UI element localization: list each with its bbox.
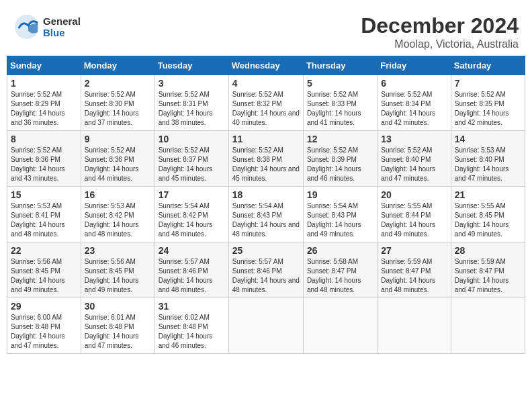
table-row: 15 Sunrise: 5:53 AMSunset: 8:41 PMDaylig… <box>7 187 525 242</box>
day-cell: 22 Sunrise: 5:56 AMSunset: 8:45 PMDaylig… <box>7 242 81 298</box>
day-number: 29 <box>11 301 77 312</box>
day-cell: 3 Sunrise: 5:52 AMSunset: 8:31 PMDayligh… <box>154 75 228 131</box>
logo-general-text: General <box>43 15 81 27</box>
day-number: 19 <box>307 189 373 200</box>
header-saturday: Saturday <box>451 56 525 75</box>
table-row: 22 Sunrise: 5:56 AMSunset: 8:45 PMDaylig… <box>7 242 525 298</box>
day-detail: Sunrise: 5:52 AMSunset: 8:32 PMDaylight:… <box>232 90 300 128</box>
main-title: December 2024 <box>361 13 519 38</box>
subtitle: Moolap, Victoria, Australia <box>361 38 519 50</box>
day-detail: Sunrise: 5:52 AMSunset: 8:31 PMDaylight:… <box>159 90 225 128</box>
logo-icon <box>13 13 40 40</box>
day-detail: Sunrise: 5:52 AMSunset: 8:34 PMDaylight:… <box>381 90 447 128</box>
day-number: 26 <box>307 245 373 256</box>
day-detail: Sunrise: 5:52 AMSunset: 8:35 PMDaylight:… <box>455 90 521 128</box>
day-cell: 16 Sunrise: 5:53 AMSunset: 8:42 PMDaylig… <box>81 187 154 242</box>
day-cell: 21 Sunrise: 5:55 AMSunset: 8:45 PMDaylig… <box>451 187 525 242</box>
header-thursday: Thursday <box>303 56 377 75</box>
day-number: 5 <box>307 78 373 89</box>
day-number: 4 <box>232 78 300 89</box>
day-cell: 19 Sunrise: 5:54 AMSunset: 8:43 PMDaylig… <box>303 187 377 242</box>
day-detail: Sunrise: 5:52 AMSunset: 8:37 PMDaylight:… <box>159 146 225 183</box>
day-cell: 9 Sunrise: 5:52 AMSunset: 8:36 PMDayligh… <box>81 131 154 187</box>
day-number: 1 <box>11 78 77 89</box>
day-detail: Sunrise: 5:56 AMSunset: 8:45 PMDaylight:… <box>11 257 77 295</box>
day-number: 13 <box>381 134 447 144</box>
day-number: 30 <box>85 301 151 312</box>
day-cell: 4 Sunrise: 5:52 AMSunset: 8:32 PMDayligh… <box>228 75 303 131</box>
day-cell: 25 Sunrise: 5:57 AMSunset: 8:46 PMDaylig… <box>228 242 303 298</box>
day-number: 22 <box>11 245 77 256</box>
table-row: 29 Sunrise: 6:00 AMSunset: 8:48 PMDaylig… <box>7 298 525 354</box>
day-number: 24 <box>159 245 225 256</box>
empty-cell <box>303 298 377 354</box>
logo-blue-text: Blue <box>43 27 81 38</box>
day-detail: Sunrise: 5:52 AMSunset: 8:36 PMDaylight:… <box>85 146 151 183</box>
day-detail: Sunrise: 6:01 AMSunset: 8:48 PMDaylight:… <box>85 313 151 351</box>
day-detail: Sunrise: 5:52 AMSunset: 8:33 PMDaylight:… <box>307 90 373 128</box>
day-detail: Sunrise: 5:54 AMSunset: 8:43 PMDaylight:… <box>232 201 300 239</box>
empty-cell <box>228 298 303 354</box>
title-area: December 2024 Moolap, Victoria, Australi… <box>361 13 519 50</box>
day-cell: 12 Sunrise: 5:52 AMSunset: 8:39 PMDaylig… <box>303 131 377 187</box>
day-detail: Sunrise: 5:52 AMSunset: 8:36 PMDaylight:… <box>11 146 77 183</box>
empty-cell <box>451 298 525 354</box>
day-detail: Sunrise: 5:53 AMSunset: 8:42 PMDaylight:… <box>85 201 151 239</box>
day-detail: Sunrise: 5:53 AMSunset: 8:41 PMDaylight:… <box>11 201 77 239</box>
day-number: 11 <box>232 134 300 144</box>
day-cell: 23 Sunrise: 5:56 AMSunset: 8:45 PMDaylig… <box>81 242 154 298</box>
day-number: 27 <box>381 245 447 256</box>
header-friday: Friday <box>378 56 451 75</box>
header-tuesday: Tuesday <box>154 56 228 75</box>
day-cell: 2 Sunrise: 5:52 AMSunset: 8:30 PMDayligh… <box>81 75 154 131</box>
day-detail: Sunrise: 5:54 AMSunset: 8:43 PMDaylight:… <box>307 201 373 239</box>
day-cell: 1 Sunrise: 5:52 AMSunset: 8:29 PMDayligh… <box>7 75 81 131</box>
day-cell: 27 Sunrise: 5:59 AMSunset: 8:47 PMDaylig… <box>378 242 451 298</box>
day-cell: 17 Sunrise: 5:54 AMSunset: 8:42 PMDaylig… <box>154 187 228 242</box>
day-detail: Sunrise: 5:58 AMSunset: 8:47 PMDaylight:… <box>307 257 373 295</box>
header-monday: Monday <box>81 56 154 75</box>
day-detail: Sunrise: 5:52 AMSunset: 8:39 PMDaylight:… <box>307 146 373 183</box>
day-number: 6 <box>381 78 447 89</box>
day-detail: Sunrise: 5:52 AMSunset: 8:40 PMDaylight:… <box>381 146 447 183</box>
day-cell: 31 Sunrise: 6:02 AMSunset: 8:48 PMDaylig… <box>154 298 228 354</box>
day-cell: 14 Sunrise: 5:53 AMSunset: 8:40 PMDaylig… <box>451 131 525 187</box>
day-number: 10 <box>159 134 225 144</box>
day-number: 21 <box>455 189 521 200</box>
day-number: 28 <box>455 245 521 256</box>
day-number: 31 <box>159 301 225 312</box>
day-detail: Sunrise: 5:55 AMSunset: 8:45 PMDaylight:… <box>455 201 521 239</box>
day-detail: Sunrise: 5:52 AMSunset: 8:38 PMDaylight:… <box>232 146 300 183</box>
day-number: 15 <box>11 189 77 200</box>
day-detail: Sunrise: 5:52 AMSunset: 8:30 PMDaylight:… <box>85 90 151 128</box>
calendar-header-row: Sunday Monday Tuesday Wednesday Thursday… <box>7 56 525 75</box>
day-cell: 5 Sunrise: 5:52 AMSunset: 8:33 PMDayligh… <box>303 75 377 131</box>
day-number: 25 <box>232 245 300 256</box>
day-number: 18 <box>232 189 300 200</box>
day-number: 16 <box>85 189 151 200</box>
day-number: 12 <box>307 134 373 144</box>
day-detail: Sunrise: 6:00 AMSunset: 8:48 PMDaylight:… <box>11 313 77 351</box>
day-number: 2 <box>85 78 151 89</box>
day-cell: 13 Sunrise: 5:52 AMSunset: 8:40 PMDaylig… <box>378 131 451 187</box>
day-number: 7 <box>455 78 521 89</box>
day-detail: Sunrise: 5:59 AMSunset: 8:47 PMDaylight:… <box>455 257 521 295</box>
day-cell: 24 Sunrise: 5:57 AMSunset: 8:46 PMDaylig… <box>154 242 228 298</box>
day-cell: 28 Sunrise: 5:59 AMSunset: 8:47 PMDaylig… <box>451 242 525 298</box>
day-number: 23 <box>85 245 151 256</box>
day-number: 8 <box>11 134 77 144</box>
day-cell: 10 Sunrise: 5:52 AMSunset: 8:37 PMDaylig… <box>154 131 228 187</box>
day-cell: 11 Sunrise: 5:52 AMSunset: 8:38 PMDaylig… <box>228 131 303 187</box>
header-wednesday: Wednesday <box>228 56 303 75</box>
day-detail: Sunrise: 5:56 AMSunset: 8:45 PMDaylight:… <box>85 257 151 295</box>
day-cell: 20 Sunrise: 5:55 AMSunset: 8:44 PMDaylig… <box>378 187 451 242</box>
logo: General Blue <box>13 13 81 40</box>
day-number: 9 <box>85 134 151 144</box>
day-detail: Sunrise: 5:57 AMSunset: 8:46 PMDaylight:… <box>232 257 300 295</box>
day-number: 17 <box>159 189 225 200</box>
day-number: 14 <box>455 134 521 144</box>
day-detail: Sunrise: 5:53 AMSunset: 8:40 PMDaylight:… <box>455 146 521 183</box>
day-cell: 15 Sunrise: 5:53 AMSunset: 8:41 PMDaylig… <box>7 187 81 242</box>
day-detail: Sunrise: 5:54 AMSunset: 8:42 PMDaylight:… <box>159 201 225 239</box>
empty-cell <box>378 298 451 354</box>
